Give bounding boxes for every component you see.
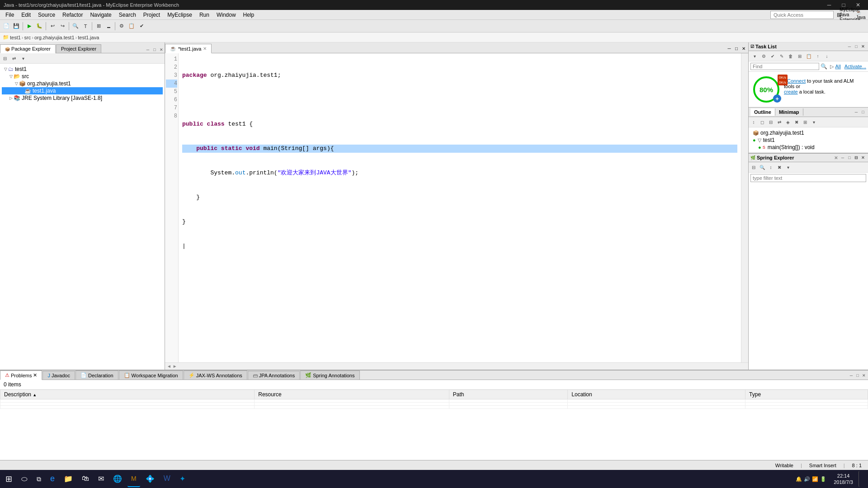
taskbar-edge[interactable]: e bbox=[47, 471, 58, 487]
editor-scroll-right[interactable] bbox=[741, 53, 748, 362]
taskbar-word[interactable]: W bbox=[160, 471, 174, 487]
new-button[interactable]: 📄 bbox=[2, 22, 11, 31]
tree-item-src[interactable]: ▽ 📂 src bbox=[2, 73, 163, 80]
tab-declaration[interactable]: 📄 Declaration bbox=[75, 371, 118, 380]
view-menu-button[interactable]: ▾ bbox=[19, 54, 27, 62]
taskbar-time[interactable]: 22:14 2018/7/3 bbox=[830, 473, 857, 486]
start-button[interactable]: ⊞ bbox=[2, 471, 16, 487]
taskbar-explorer[interactable]: 📁 bbox=[60, 471, 76, 487]
task-tb-7[interactable]: 📋 bbox=[805, 52, 813, 60]
link-editor-button[interactable]: ⇄ bbox=[10, 54, 18, 62]
menu-window[interactable]: Window bbox=[213, 11, 240, 19]
sys-icon-4[interactable]: 🔋 bbox=[820, 476, 826, 482]
collapse-all-button[interactable]: ⊟ bbox=[1, 54, 9, 62]
tree-item-jre[interactable]: ▷ 📚 JRE System Library [JavaSE-1.8] bbox=[2, 94, 163, 102]
outline-tb6[interactable]: ✖ bbox=[793, 118, 801, 126]
menu-refactor[interactable]: Refactor bbox=[59, 11, 86, 19]
editor-close[interactable]: ✕ bbox=[740, 45, 747, 52]
toggle-package[interactable]: ▽ bbox=[14, 81, 19, 86]
task-tb-6[interactable]: ⊞ bbox=[796, 52, 804, 60]
outline-item-class[interactable]: ● ▽ test1 bbox=[750, 136, 866, 144]
toggle-jre[interactable]: ▷ bbox=[8, 96, 14, 100]
toggle-src[interactable]: ▽ bbox=[8, 74, 14, 79]
spring-close[interactable]: ✕ bbox=[860, 155, 866, 161]
menu-run[interactable]: Run bbox=[196, 11, 213, 19]
task-tb-1[interactable]: ▾ bbox=[750, 52, 759, 60]
tab-jpa[interactable]: 🗃 JPA Annotations bbox=[248, 371, 300, 380]
menu-myeclipse[interactable]: MyEclipse bbox=[164, 11, 196, 19]
tab-problems[interactable]: ⚠ Problems ✕ bbox=[0, 371, 42, 380]
tree-item-file[interactable]: ☕ test1.java bbox=[2, 87, 163, 94]
tab-workspace-migration[interactable]: 📋 Workspace Migration bbox=[119, 371, 183, 380]
outline-sort[interactable]: ↕ bbox=[750, 118, 758, 126]
spring-tb2[interactable]: 🔍 bbox=[758, 163, 766, 171]
col-path[interactable]: Path bbox=[449, 390, 568, 399]
spring-collapse[interactable]: □ bbox=[846, 155, 853, 161]
spring-tb5[interactable]: ▾ bbox=[784, 163, 792, 171]
task-tb-9[interactable]: ↓ bbox=[823, 52, 831, 60]
menu-edit[interactable]: Edit bbox=[18, 11, 34, 19]
minimize-button[interactable]: ─ bbox=[823, 0, 835, 9]
outline-item-method[interactable]: ● S main(String[]) : void bbox=[750, 144, 866, 151]
spring-tb1[interactable]: ⊟ bbox=[750, 163, 758, 171]
tab-minimap[interactable]: Minimap bbox=[775, 108, 803, 116]
task-panel-minimize[interactable]: ─ bbox=[846, 43, 853, 50]
col-location[interactable]: Location bbox=[568, 390, 745, 399]
taskbar-myeclipse[interactable]: M bbox=[127, 471, 140, 487]
task-tb-5[interactable]: 🗑 bbox=[787, 52, 795, 60]
open-view-button[interactable]: 🗕 bbox=[104, 22, 113, 31]
create-link[interactable]: create bbox=[784, 89, 798, 94]
task-find-input[interactable] bbox=[750, 63, 819, 70]
editor-tab-test1[interactable]: ☕ *test1.java ✕ bbox=[165, 44, 212, 53]
show-desktop-button[interactable] bbox=[859, 471, 866, 487]
search-button-taskbar[interactable]: ⬭ bbox=[18, 471, 31, 487]
outline-link[interactable]: ⇄ bbox=[775, 118, 783, 126]
toolbar-extra-2[interactable]: 📋 bbox=[127, 22, 136, 31]
left-panel-close[interactable]: ✕ bbox=[158, 47, 165, 53]
breadcrumb-src[interactable]: src bbox=[24, 35, 31, 40]
outline-maximize[interactable]: □ bbox=[860, 109, 866, 115]
task-tb-4[interactable]: ✎ bbox=[778, 52, 786, 60]
sys-icon-2[interactable]: 🔊 bbox=[804, 476, 810, 482]
col-type[interactable]: Type bbox=[745, 390, 868, 399]
toolbar-extra-3[interactable]: ✔ bbox=[137, 22, 146, 31]
taskbar-app2[interactable]: 💠 bbox=[142, 471, 158, 487]
outline-hide-fields[interactable]: ◻ bbox=[758, 118, 766, 126]
editor-maximize[interactable]: □ bbox=[733, 45, 740, 52]
connect-plus-icon[interactable]: + bbox=[773, 94, 781, 103]
outline-tb7[interactable]: ⊞ bbox=[801, 118, 809, 126]
tab-outline[interactable]: Outline bbox=[750, 108, 775, 116]
menu-search[interactable]: Search bbox=[115, 11, 140, 19]
toolbar-extra-1[interactable]: ⚙ bbox=[117, 22, 126, 31]
menu-navigate[interactable]: Navigate bbox=[86, 11, 115, 19]
spring-tb4[interactable]: ✖ bbox=[775, 163, 783, 171]
task-activate-link[interactable]: Activate... bbox=[844, 64, 866, 69]
menu-project[interactable]: Project bbox=[140, 11, 164, 19]
task-panel-maximize[interactable]: □ bbox=[853, 43, 859, 50]
tab-package-explorer[interactable]: 📦 Package Explorer bbox=[0, 44, 56, 53]
tab-spring-annotations[interactable]: 🌿 Spring Annotations bbox=[300, 371, 359, 380]
run-button[interactable]: ▶ bbox=[25, 22, 34, 31]
bottom-panel-maximize[interactable]: □ bbox=[854, 372, 861, 379]
task-panel-close[interactable]: ✕ bbox=[860, 43, 866, 50]
editor-tab-close[interactable]: ✕ bbox=[203, 46, 207, 51]
outline-collapse[interactable]: ⊟ bbox=[767, 118, 775, 126]
connect-link[interactable]: Connect bbox=[787, 78, 806, 84]
code-editor[interactable]: package org.zhaiyujia.test1; public clas… bbox=[179, 53, 741, 362]
spring-filter-input[interactable] bbox=[750, 174, 866, 182]
task-tb-3[interactable]: ✔ bbox=[769, 52, 777, 60]
search-button[interactable]: 🔍 bbox=[71, 22, 80, 31]
problems-tab-close[interactable]: ✕ bbox=[33, 372, 37, 378]
col-description[interactable]: Description ▲ bbox=[0, 390, 255, 399]
taskbar-app3[interactable]: ✦ bbox=[176, 471, 189, 487]
undo-button[interactable]: ↩ bbox=[48, 22, 57, 31]
editor-scroll-bottom[interactable]: ◄ ► bbox=[165, 362, 748, 370]
task-tb-8[interactable]: ↑ bbox=[814, 52, 822, 60]
taskbar-unknown[interactable]: 🌐 bbox=[109, 471, 126, 487]
outline-menu[interactable]: ▾ bbox=[810, 118, 818, 126]
toggle-test1[interactable]: ▽ bbox=[3, 67, 8, 71]
spring-expand[interactable]: ⊟ bbox=[853, 155, 859, 161]
bottom-panel-close[interactable]: ✕ bbox=[861, 372, 867, 379]
menu-file[interactable]: File bbox=[2, 11, 18, 19]
sys-icon-1[interactable]: 🔔 bbox=[796, 476, 802, 482]
